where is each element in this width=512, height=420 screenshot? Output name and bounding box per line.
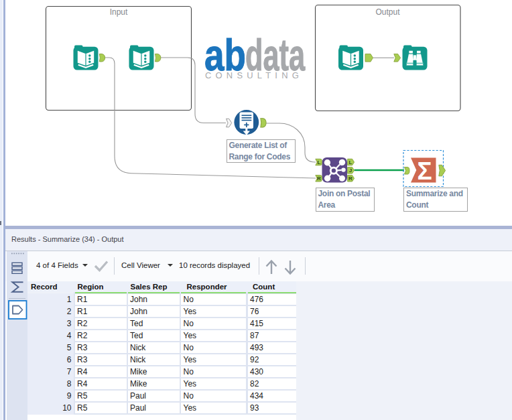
svg-text:Input: Input <box>110 7 128 17</box>
svg-text:L: L <box>349 159 353 165</box>
svg-text:J: J <box>349 167 352 173</box>
svg-text:R: R <box>317 176 321 182</box>
svg-text:Σ: Σ <box>417 157 432 185</box>
svg-text:R: R <box>348 176 353 182</box>
svg-text:CONSULTING: CONSULTING <box>205 71 303 80</box>
svg-text:L: L <box>318 159 321 165</box>
svg-text:Output: Output <box>375 7 400 17</box>
